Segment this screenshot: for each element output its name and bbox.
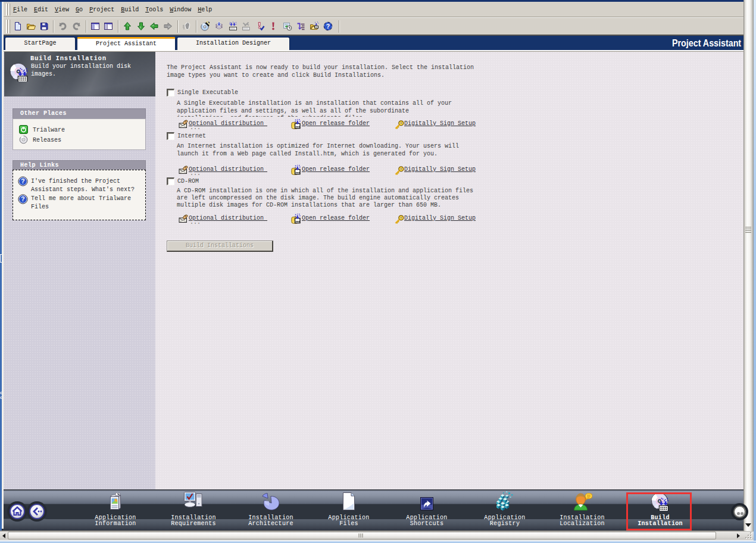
svg-text:?: ? [21,195,24,202]
svg-text:?: ? [21,177,24,185]
svg-text:?: ? [326,23,330,30]
